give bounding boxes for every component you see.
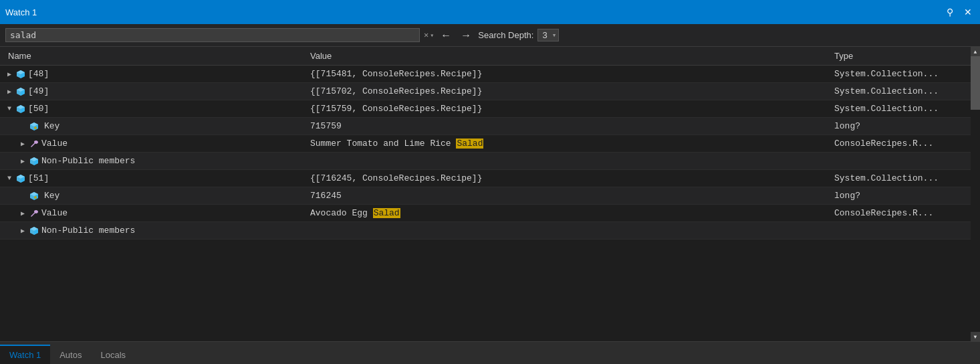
row-label: Key bbox=[44, 121, 59, 131]
window-title: Watch 1 bbox=[5, 7, 37, 17]
cell-name: Key bbox=[3, 191, 310, 201]
search-bar: ✕ ▾ ← → Search Depth: 1 2 3 4 5 bbox=[0, 24, 980, 47]
clear-search-button[interactable]: ✕ ▾ bbox=[424, 30, 434, 40]
cube-key-icon bbox=[29, 191, 39, 201]
cell-value: Summer Tomato and Lime Rice Salad bbox=[310, 139, 834, 149]
row-label: [50] bbox=[28, 104, 49, 114]
cell-type: long? bbox=[834, 191, 968, 201]
cube-key-icon bbox=[29, 122, 39, 131]
row-label: Value bbox=[41, 139, 68, 149]
vertical-scrollbar[interactable]: ▲ ▼ bbox=[971, 47, 980, 341]
cell-value: {[715481, ConsoleRecipes.Recipe]} bbox=[310, 69, 834, 79]
cube-icon bbox=[16, 70, 25, 79]
cell-name: Value bbox=[3, 139, 310, 149]
cell-name: Key bbox=[3, 121, 310, 131]
tab-watch1-label: Watch 1 bbox=[9, 350, 41, 360]
cell-value: {[716245, ConsoleRecipes.Recipe]} bbox=[310, 173, 834, 183]
cell-value: Avocado Egg Salad bbox=[310, 208, 834, 218]
table-row: [50] {[715759, ConsoleRecipes.Recipe]} S… bbox=[0, 100, 971, 118]
depth-select[interactable]: 1 2 3 4 5 bbox=[537, 29, 559, 41]
nav-forward-button[interactable]: → bbox=[458, 29, 474, 42]
search-depth-label: Search Depth: bbox=[478, 30, 533, 40]
col-header-type: Type bbox=[834, 51, 968, 61]
col-header-value: Value bbox=[310, 51, 834, 61]
table-row: Non-Public members bbox=[0, 153, 971, 170]
table-row: [49] {[715702, ConsoleRecipes.Recipe]} S… bbox=[0, 83, 971, 100]
cell-value: {[715759, ConsoleRecipes.Recipe]} bbox=[310, 104, 834, 114]
depth-wrapper[interactable]: 1 2 3 4 5 bbox=[537, 29, 559, 41]
expand-arrow[interactable] bbox=[19, 227, 27, 235]
scroll-down-button[interactable]: ▼ bbox=[971, 332, 980, 341]
row-label: Non-Public members bbox=[41, 225, 135, 236]
value-prefix: Summer Tomato and Lime Rice bbox=[310, 139, 456, 149]
cube-icon bbox=[29, 226, 39, 236]
table-rows: [48] {[715481, ConsoleRecipes.Recipe]} S… bbox=[0, 66, 971, 240]
cube-icon bbox=[16, 87, 25, 96]
cell-type: System.Collection... bbox=[834, 173, 968, 183]
row-label: [48] bbox=[28, 69, 49, 79]
cube-icon bbox=[29, 157, 39, 166]
cell-value: 716245 bbox=[310, 191, 834, 201]
expand-arrow[interactable] bbox=[5, 88, 13, 96]
tab-autos-label: Autos bbox=[59, 350, 82, 360]
expand-arrow[interactable] bbox=[5, 175, 13, 182]
value-highlight: Salad bbox=[373, 208, 400, 218]
value-highlight: Salad bbox=[456, 139, 483, 149]
watch-table-area: Name Value Type [48] {[715481, Console bbox=[0, 47, 980, 341]
tab-locals[interactable]: Locals bbox=[91, 345, 135, 364]
svg-point-12 bbox=[34, 126, 37, 129]
tab-bar: Watch 1 Autos Locals bbox=[0, 341, 980, 364]
wrench-icon bbox=[29, 209, 39, 218]
row-label: Key bbox=[44, 191, 59, 201]
expand-arrow[interactable] bbox=[19, 209, 27, 217]
pin-button[interactable]: ⚲ bbox=[944, 5, 956, 19]
row-label: [51] bbox=[28, 173, 49, 183]
cube-icon bbox=[16, 174, 25, 183]
tab-watch1[interactable]: Watch 1 bbox=[0, 345, 50, 364]
scroll-thumb[interactable] bbox=[971, 56, 980, 110]
cell-name: [51] bbox=[3, 173, 310, 183]
cell-name: [50] bbox=[3, 104, 310, 114]
cube-icon bbox=[16, 104, 25, 114]
wrench-icon bbox=[29, 139, 39, 149]
cell-value: 715759 bbox=[310, 121, 834, 131]
table-row: Key 715759 long? bbox=[0, 118, 971, 135]
cell-type: System.Collection... bbox=[834, 104, 968, 114]
row-label: Non-Public members bbox=[41, 156, 135, 166]
close-button[interactable]: ✕ bbox=[961, 5, 975, 19]
title-bar: Watch 1 ⚲ ✕ bbox=[0, 0, 980, 24]
scroll-up-button[interactable]: ▲ bbox=[971, 47, 980, 56]
scroll-track[interactable] bbox=[971, 56, 980, 332]
cell-type: System.Collection... bbox=[834, 69, 968, 79]
value-prefix: Avocado Egg bbox=[310, 208, 373, 218]
svg-point-22 bbox=[34, 196, 37, 199]
cell-type: System.Collection... bbox=[834, 86, 968, 96]
table-row: Key 716245 long? bbox=[0, 187, 971, 205]
search-input[interactable] bbox=[5, 28, 420, 42]
column-headers: Name Value Type bbox=[0, 47, 971, 66]
row-label: Value bbox=[41, 208, 68, 218]
tab-autos[interactable]: Autos bbox=[50, 345, 91, 364]
key-icon bbox=[29, 122, 41, 131]
cell-name: [49] bbox=[3, 86, 310, 96]
cell-type: long? bbox=[834, 121, 968, 131]
table-content: Name Value Type [48] {[715481, Console bbox=[0, 47, 971, 341]
tab-locals-label: Locals bbox=[100, 350, 126, 360]
table-row: Non-Public members bbox=[0, 222, 971, 240]
expand-arrow[interactable] bbox=[5, 70, 13, 78]
table-row: Value Summer Tomato and Lime Rice Salad … bbox=[0, 135, 971, 153]
cell-type: ConsoleRecipes.R... bbox=[834, 139, 968, 149]
cell-name: Value bbox=[3, 208, 310, 218]
cell-name: [48] bbox=[3, 69, 310, 79]
row-label: [49] bbox=[28, 86, 49, 96]
expand-arrow[interactable] bbox=[19, 140, 27, 148]
cell-name: Non-Public members bbox=[3, 225, 310, 236]
key-icon bbox=[29, 191, 41, 201]
expand-arrow[interactable] bbox=[19, 157, 27, 165]
nav-back-button[interactable]: ← bbox=[438, 29, 454, 42]
cell-type: ConsoleRecipes.R... bbox=[834, 208, 968, 218]
table-row: [51] {[716245, ConsoleRecipes.Recipe]} S… bbox=[0, 170, 971, 187]
table-row: [48] {[715481, ConsoleRecipes.Recipe]} S… bbox=[0, 66, 971, 83]
expand-arrow[interactable] bbox=[5, 105, 13, 112]
clear-icon: ✕ bbox=[424, 30, 428, 40]
